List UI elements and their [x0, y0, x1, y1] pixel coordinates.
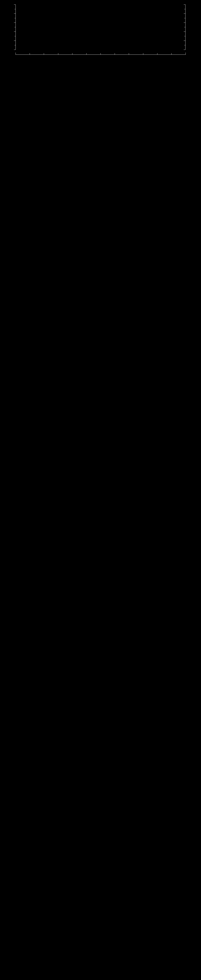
x-major-tick	[100, 53, 101, 54]
y-axis-title	[2, 7, 5, 48]
x-major-tick	[44, 53, 44, 54]
x-major-tick	[171, 53, 172, 54]
x-major-tick	[129, 53, 129, 54]
y-minor-tick	[14, 45, 16, 45]
y-major-tick	[14, 49, 16, 50]
y-minor-tick-right	[184, 45, 185, 45]
y-minor-tick	[14, 27, 16, 27]
y-minor-tick-right	[184, 27, 185, 27]
x-major-tick	[115, 53, 115, 54]
y-major-tick-right	[184, 22, 185, 23]
y-minor-tick-right	[184, 18, 185, 18]
spectrogram-sheet: { "figure": { "ylabel": "Frequency (Hz)"…	[0, 0, 201, 980]
y-major-tick	[14, 22, 16, 23]
x-major-tick	[157, 53, 158, 54]
y-major-tick-right	[184, 49, 185, 50]
spectrogram-canvas	[16, 5, 185, 49]
spectrogram-panel	[0, 0, 201, 67]
x-axis-line	[16, 54, 186, 55]
x-axis-endcap	[185, 52, 186, 54]
y-minor-tick	[14, 18, 16, 18]
